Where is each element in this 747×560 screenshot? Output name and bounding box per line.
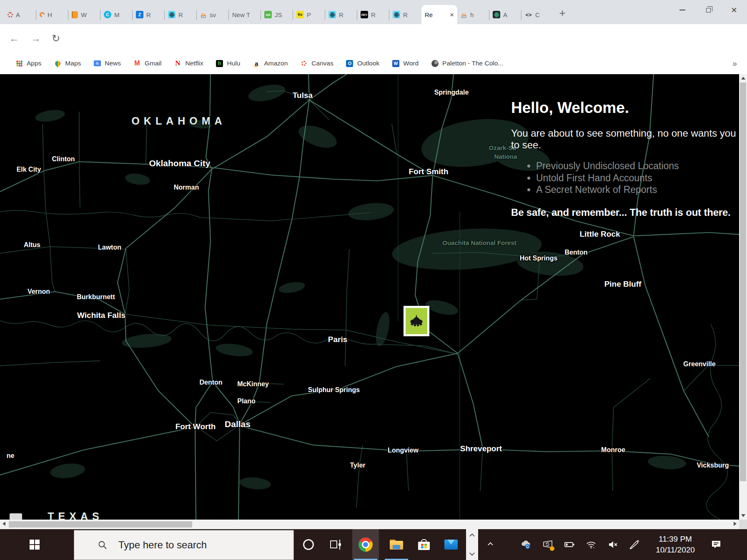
browser-tab-13[interactable]: R bbox=[389, 5, 421, 24]
vertical-scroll-thumb[interactable] bbox=[740, 82, 746, 481]
welcome-bullet-list: Previously Undisclosed Locations Untold … bbox=[511, 160, 736, 196]
ufo-marker[interactable] bbox=[404, 306, 429, 336]
map-attribution-box[interactable] bbox=[10, 513, 22, 520]
map-label-norman: Norman bbox=[174, 184, 199, 191]
tab-title: R bbox=[178, 11, 183, 18]
tab-close-icon[interactable]: × bbox=[450, 11, 454, 18]
volume-muted-icon[interactable] bbox=[602, 529, 624, 560]
bookmark-word[interactable]: WWord bbox=[386, 56, 425, 71]
browser-tab-5[interactable]: ZR bbox=[133, 5, 165, 24]
action-center-button[interactable] bbox=[704, 529, 728, 560]
bookmark-canvas[interactable]: Canvas bbox=[294, 56, 340, 71]
map-label-monroe: Monroe bbox=[601, 446, 625, 454]
forward-button[interactable]: → bbox=[27, 29, 45, 48]
browser-tab-7[interactable]: sv bbox=[197, 5, 229, 24]
onedrive-sync-icon[interactable] bbox=[515, 529, 537, 560]
scroll-up-chevron-icon[interactable] bbox=[469, 533, 475, 539]
bookmark-gmail[interactable]: MGmail bbox=[127, 56, 168, 71]
vertical-scrollbar[interactable] bbox=[739, 74, 747, 520]
restore-button[interactable] bbox=[695, 0, 721, 20]
map-viewport[interactable]: TulsaSpringdaleOKLAHOMAClintonElk CityOk… bbox=[0, 74, 747, 520]
close-icon: × bbox=[731, 5, 737, 15]
taskbar-store-button[interactable] bbox=[411, 529, 437, 560]
bookmark-amazon[interactable]: aAmazon bbox=[246, 56, 294, 71]
dev-to-favicon: DEV bbox=[361, 11, 368, 18]
tab-title: JS bbox=[275, 11, 282, 18]
taskbar-clock[interactable]: 11:39 PM 10/11/2020 bbox=[649, 529, 702, 560]
browser-tab-8[interactable]: New T bbox=[229, 5, 261, 24]
browser-tab-4[interactable]: CM bbox=[100, 5, 133, 24]
scroll-right-arrow-icon[interactable] bbox=[734, 522, 737, 526]
bookmarks-overflow-chevron[interactable]: » bbox=[732, 59, 737, 68]
browser-tab-6[interactable]: R bbox=[165, 5, 197, 24]
cortana-button[interactable] bbox=[295, 529, 322, 560]
start-button[interactable] bbox=[20, 529, 49, 560]
browser-tab-16[interactable]: A bbox=[489, 5, 521, 24]
bookmark-apps[interactable]: Apps bbox=[9, 56, 48, 71]
browser-tab-11[interactable]: R bbox=[325, 5, 357, 24]
browser-tab-3[interactable]: W bbox=[68, 5, 100, 24]
back-button[interactable]: ← bbox=[5, 29, 23, 48]
bookmark-news[interactable]: GNews bbox=[87, 56, 127, 71]
browser-tab-12[interactable]: DEVR bbox=[357, 5, 389, 24]
w3schools-favicon: w3 bbox=[264, 11, 272, 18]
horizontal-scroll-thumb[interactable] bbox=[9, 521, 192, 528]
bookmark-outlook[interactable]: OOutlook bbox=[340, 56, 386, 71]
scroll-up-arrow-icon[interactable] bbox=[741, 77, 745, 80]
reload-button[interactable]: ↻ bbox=[47, 29, 65, 48]
map-label-sulphur-springs: Sulphur Springs bbox=[308, 386, 360, 394]
minimize-button[interactable] bbox=[669, 0, 695, 20]
react-favicon bbox=[328, 11, 336, 18]
restore-icon bbox=[706, 8, 711, 12]
scroll-down-arrow-icon[interactable] bbox=[741, 514, 745, 517]
map-label-ouachita-national-forest: Ouachita National Forest bbox=[442, 239, 516, 246]
browser-tab-17[interactable]: <>C bbox=[521, 5, 554, 24]
tab-title: P bbox=[307, 11, 311, 18]
tab-title: Re bbox=[425, 11, 433, 18]
horizontal-scrollbar[interactable] bbox=[0, 520, 739, 529]
taskbar-file-explorer-button[interactable] bbox=[383, 529, 410, 560]
browser-tab-14-active[interactable]: Re× bbox=[421, 5, 457, 24]
map-label-ne: ne bbox=[7, 452, 15, 460]
bookmarks-bar: AppsMapsGNewsMGmailNNetflixhHuluaAmazonC… bbox=[0, 52, 747, 74]
taskbar-overflow-scroll[interactable] bbox=[466, 529, 478, 560]
bookmark-maps[interactable]: Maps bbox=[48, 56, 87, 71]
task-view-button[interactable] bbox=[322, 529, 349, 560]
wifi-icon[interactable] bbox=[580, 529, 602, 560]
show-hidden-icons-button[interactable] bbox=[480, 529, 500, 560]
clock-time: 11:39 PM bbox=[659, 534, 692, 545]
stackoverflow-favicon bbox=[200, 11, 207, 18]
taskbar-mail-button[interactable] bbox=[438, 529, 464, 560]
map-label-oklahoma-city: Oklahoma City bbox=[149, 158, 210, 168]
new-tab-button[interactable]: + bbox=[555, 6, 569, 20]
cortana-icon bbox=[303, 539, 314, 550]
browser-tab-bar: AHWCMZRRsvNew Tw3JSRxPRDEVRRRe×hA<>C + × bbox=[0, 0, 747, 24]
browser-tab-1[interactable]: A bbox=[4, 5, 36, 24]
react-dark-favicon bbox=[493, 11, 500, 18]
close-button[interactable]: × bbox=[721, 0, 747, 20]
welcome-overlay: Hello, Welcome. You are about to see som… bbox=[511, 99, 736, 218]
bookmark-netflix[interactable]: NNetflix bbox=[168, 56, 210, 71]
pen-icon[interactable] bbox=[624, 529, 645, 560]
display-sync-icon[interactable] bbox=[537, 529, 559, 560]
code-favicon: <> bbox=[525, 11, 532, 18]
map-label-mckinney: McKinney bbox=[237, 380, 269, 388]
bookmark-hulu[interactable]: hHulu bbox=[210, 56, 247, 71]
browser-tab-15[interactable]: h bbox=[457, 5, 489, 24]
map-label-vicksburg: Vicksburg bbox=[697, 462, 729, 469]
scroll-down-chevron-icon[interactable] bbox=[469, 550, 475, 556]
browser-tab-9[interactable]: w3JS bbox=[261, 5, 293, 24]
taskbar-search-box[interactable] bbox=[74, 530, 294, 560]
battery-icon[interactable] bbox=[559, 529, 580, 560]
bookmark-paletton-the-colo[interactable]: Paletton - The Colo... bbox=[425, 56, 509, 71]
scroll-left-arrow-icon[interactable] bbox=[3, 522, 5, 526]
notification-dot bbox=[550, 546, 554, 551]
taskbar-search-input[interactable] bbox=[118, 539, 277, 551]
browser-tab-10[interactable]: RxP bbox=[293, 5, 325, 24]
system-tray bbox=[515, 529, 645, 560]
browser-tab-2[interactable]: H bbox=[36, 5, 68, 24]
taskbar-chrome-button[interactable] bbox=[352, 529, 379, 560]
map-label-wichita-falls: Wichita Falls bbox=[77, 311, 125, 320]
map-label-fort-smith: Fort Smith bbox=[409, 167, 449, 176]
welcome-outro: Be safe, and remember... The truth is ou… bbox=[511, 207, 736, 218]
